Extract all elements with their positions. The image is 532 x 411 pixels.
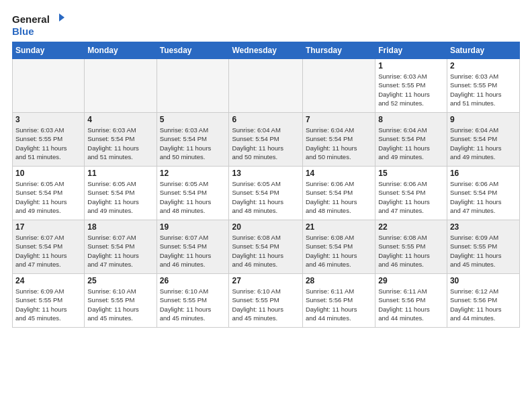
day-info: Sunrise: 6:08 AM Sunset: 5:54 PM Dayligh… (306, 233, 372, 269)
calendar-cell: 10Sunrise: 6:05 AM Sunset: 5:54 PM Dayli… (13, 167, 85, 220)
day-number: 3 (15, 115, 81, 124)
svg-text:Blue: Blue (12, 26, 34, 37)
calendar-cell: 24Sunrise: 6:09 AM Sunset: 5:55 PM Dayli… (13, 274, 85, 328)
day-info: Sunrise: 6:03 AM Sunset: 5:55 PM Dayligh… (15, 126, 81, 161)
day-number: 18 (87, 222, 153, 232)
calendar-cell: 9Sunrise: 6:04 AM Sunset: 5:54 PM Daylig… (447, 113, 519, 167)
day-number: 23 (450, 222, 517, 232)
day-number: 24 (15, 276, 81, 285)
header: General Blue (12, 12, 520, 38)
calendar-cell (157, 59, 229, 113)
day-info: Sunrise: 6:09 AM Sunset: 5:55 PM Dayligh… (15, 287, 81, 322)
day-info: Sunrise: 6:04 AM Sunset: 5:54 PM Dayligh… (378, 126, 444, 161)
day-info: Sunrise: 6:07 AM Sunset: 5:54 PM Dayligh… (87, 233, 153, 269)
weekday-header: Saturday (447, 42, 519, 59)
day-number: 22 (378, 222, 444, 232)
day-number: 1 (378, 61, 444, 71)
day-info: Sunrise: 6:05 AM Sunset: 5:54 PM Dayligh… (160, 179, 226, 215)
day-info: Sunrise: 6:05 AM Sunset: 5:54 PM Dayligh… (87, 179, 153, 215)
calendar-cell: 14Sunrise: 6:06 AM Sunset: 5:54 PM Dayli… (302, 167, 375, 220)
calendar-cell: 1Sunrise: 6:03 AM Sunset: 5:55 PM Daylig… (375, 59, 447, 113)
calendar-week-row: 1Sunrise: 6:03 AM Sunset: 5:55 PM Daylig… (13, 59, 520, 113)
calendar-cell: 25Sunrise: 6:10 AM Sunset: 5:55 PM Dayli… (85, 274, 157, 328)
day-info: Sunrise: 6:10 AM Sunset: 5:55 PM Dayligh… (160, 287, 226, 322)
page: General Blue SundayMondayTuesdayWednesda… (0, 0, 532, 334)
day-number: 17 (15, 222, 81, 232)
day-info: Sunrise: 6:07 AM Sunset: 5:54 PM Dayligh… (15, 233, 81, 269)
day-info: Sunrise: 6:06 AM Sunset: 5:54 PM Dayligh… (378, 179, 444, 215)
calendar-cell: 3Sunrise: 6:03 AM Sunset: 5:55 PM Daylig… (13, 113, 85, 167)
calendar-cell: 30Sunrise: 6:12 AM Sunset: 5:56 PM Dayli… (447, 274, 519, 328)
day-info: Sunrise: 6:11 AM Sunset: 5:56 PM Dayligh… (306, 287, 372, 322)
day-info: Sunrise: 6:04 AM Sunset: 5:54 PM Dayligh… (450, 126, 517, 161)
day-number: 10 (15, 169, 81, 178)
day-info: Sunrise: 6:05 AM Sunset: 5:54 PM Dayligh… (15, 179, 81, 215)
day-info: Sunrise: 6:04 AM Sunset: 5:54 PM Dayligh… (232, 126, 299, 161)
day-info: Sunrise: 6:04 AM Sunset: 5:54 PM Dayligh… (306, 126, 372, 161)
calendar-cell: 23Sunrise: 6:09 AM Sunset: 5:55 PM Dayli… (447, 220, 519, 274)
day-number: 6 (232, 115, 299, 124)
day-number: 4 (87, 115, 153, 124)
weekday-header: Sunday (13, 42, 85, 59)
weekday-header-row: SundayMondayTuesdayWednesdayThursdayFrid… (13, 42, 520, 59)
weekday-header: Tuesday (157, 42, 229, 59)
weekday-header: Monday (85, 42, 157, 59)
day-number: 29 (378, 276, 444, 285)
weekday-header: Friday (375, 42, 447, 59)
svg-marker-1 (59, 13, 64, 21)
day-info: Sunrise: 6:03 AM Sunset: 5:55 PM Dayligh… (450, 72, 517, 107)
calendar-cell: 28Sunrise: 6:11 AM Sunset: 5:56 PM Dayli… (302, 274, 375, 328)
calendar-week-row: 24Sunrise: 6:09 AM Sunset: 5:55 PM Dayli… (13, 274, 520, 328)
day-info: Sunrise: 6:03 AM Sunset: 5:55 PM Dayligh… (378, 72, 444, 107)
day-number: 8 (378, 115, 444, 124)
calendar-cell: 27Sunrise: 6:10 AM Sunset: 5:55 PM Dayli… (229, 274, 302, 328)
day-number: 15 (378, 169, 444, 178)
svg-text:General: General (12, 13, 50, 25)
day-info: Sunrise: 6:09 AM Sunset: 5:55 PM Dayligh… (450, 233, 517, 269)
calendar-cell: 18Sunrise: 6:07 AM Sunset: 5:54 PM Dayli… (85, 220, 157, 274)
calendar-cell: 8Sunrise: 6:04 AM Sunset: 5:54 PM Daylig… (375, 113, 447, 167)
calendar-cell (229, 59, 302, 113)
calendar-cell: 7Sunrise: 6:04 AM Sunset: 5:54 PM Daylig… (302, 113, 375, 167)
calendar-cell (302, 59, 375, 113)
day-number: 2 (450, 61, 517, 71)
day-info: Sunrise: 6:07 AM Sunset: 5:54 PM Dayligh… (160, 233, 226, 269)
day-number: 19 (160, 222, 226, 232)
calendar-cell: 4Sunrise: 6:03 AM Sunset: 5:54 PM Daylig… (85, 113, 157, 167)
calendar-cell: 15Sunrise: 6:06 AM Sunset: 5:54 PM Dayli… (375, 167, 447, 220)
calendar-cell: 16Sunrise: 6:06 AM Sunset: 5:54 PM Dayli… (447, 167, 519, 220)
day-info: Sunrise: 6:05 AM Sunset: 5:54 PM Dayligh… (232, 179, 299, 215)
day-number: 11 (87, 169, 153, 178)
calendar-cell: 17Sunrise: 6:07 AM Sunset: 5:54 PM Dayli… (13, 220, 85, 274)
calendar-week-row: 3Sunrise: 6:03 AM Sunset: 5:55 PM Daylig… (13, 113, 520, 167)
calendar-cell (85, 59, 157, 113)
calendar: SundayMondayTuesdayWednesdayThursdayFrid… (12, 42, 520, 328)
weekday-header: Wednesday (229, 42, 302, 59)
calendar-cell: 5Sunrise: 6:03 AM Sunset: 5:54 PM Daylig… (157, 113, 229, 167)
weekday-header: Thursday (302, 42, 375, 59)
day-number: 27 (232, 276, 299, 285)
day-number: 12 (160, 169, 226, 178)
day-number: 16 (450, 169, 517, 178)
calendar-cell (13, 59, 85, 113)
calendar-cell: 13Sunrise: 6:05 AM Sunset: 5:54 PM Dayli… (229, 167, 302, 220)
logo-icon: General Blue (12, 12, 66, 38)
day-info: Sunrise: 6:12 AM Sunset: 5:56 PM Dayligh… (450, 287, 517, 322)
day-info: Sunrise: 6:03 AM Sunset: 5:54 PM Dayligh… (87, 126, 153, 161)
day-info: Sunrise: 6:06 AM Sunset: 5:54 PM Dayligh… (450, 179, 517, 215)
calendar-cell: 6Sunrise: 6:04 AM Sunset: 5:54 PM Daylig… (229, 113, 302, 167)
day-info: Sunrise: 6:03 AM Sunset: 5:54 PM Dayligh… (160, 126, 226, 161)
calendar-cell: 2Sunrise: 6:03 AM Sunset: 5:55 PM Daylig… (447, 59, 519, 113)
day-number: 7 (306, 115, 372, 124)
day-info: Sunrise: 6:10 AM Sunset: 5:55 PM Dayligh… (87, 287, 153, 322)
day-number: 28 (306, 276, 372, 285)
day-number: 20 (232, 222, 299, 232)
calendar-cell: 29Sunrise: 6:11 AM Sunset: 5:56 PM Dayli… (375, 274, 447, 328)
calendar-cell: 26Sunrise: 6:10 AM Sunset: 5:55 PM Dayli… (157, 274, 229, 328)
calendar-week-row: 17Sunrise: 6:07 AM Sunset: 5:54 PM Dayli… (13, 220, 520, 274)
day-number: 25 (87, 276, 153, 285)
day-number: 13 (232, 169, 299, 178)
day-number: 5 (160, 115, 226, 124)
calendar-week-row: 10Sunrise: 6:05 AM Sunset: 5:54 PM Dayli… (13, 167, 520, 220)
day-info: Sunrise: 6:11 AM Sunset: 5:56 PM Dayligh… (378, 287, 444, 322)
